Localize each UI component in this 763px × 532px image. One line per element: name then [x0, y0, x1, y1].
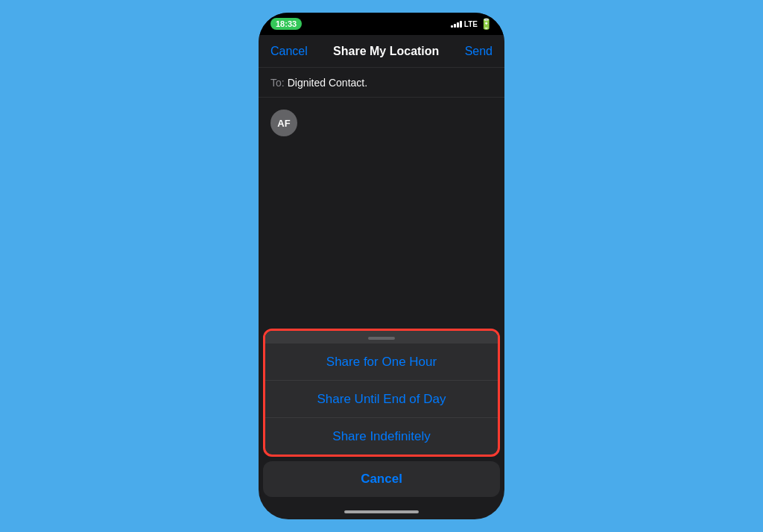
status-icons: LTE 🔋	[451, 18, 493, 30]
lte-label: LTE	[464, 20, 478, 28]
sheet-handle	[368, 337, 395, 340]
nav-bar: Cancel Share My Location Send	[259, 35, 504, 68]
action-sheet: Share for One Hour Share Until End of Da…	[263, 329, 500, 457]
share-indefinitely-label: Share Indefinitely	[332, 429, 430, 444]
status-bar: 18:33 LTE 🔋	[259, 13, 504, 35]
signal-icon	[451, 20, 462, 28]
home-indicator	[259, 504, 504, 519]
nav-title: Share My Location	[333, 45, 439, 58]
share-indefinitely-option[interactable]: Share Indefinitely	[265, 417, 498, 455]
battery-icon: 🔋	[480, 18, 493, 30]
phone-frame: 18:33 LTE 🔋 Cancel Share My Location Sen…	[259, 13, 504, 519]
share-end-of-day-option[interactable]: Share Until End of Day	[265, 380, 498, 417]
sheet-handle-row	[265, 331, 498, 343]
share-end-of-day-label: Share Until End of Day	[317, 392, 446, 407]
send-nav-button[interactable]: Send	[465, 45, 493, 58]
to-field: To: Dignited Contact.	[259, 68, 504, 98]
cancel-nav-button[interactable]: Cancel	[270, 45, 308, 58]
cancel-button[interactable]: Cancel	[263, 461, 500, 497]
status-time: 18:33	[270, 18, 302, 30]
map-area: AF	[259, 98, 504, 329]
share-one-hour-option[interactable]: Share for One Hour	[265, 343, 498, 380]
cancel-button-label: Cancel	[361, 472, 402, 487]
home-indicator-bar	[344, 510, 419, 513]
contact-name: Dignited Contact.	[288, 77, 367, 89]
share-one-hour-label: Share for One Hour	[326, 355, 437, 370]
avatar: AF	[270, 110, 297, 136]
avatar-initials: AF	[277, 118, 290, 129]
to-label: To:	[270, 77, 285, 89]
